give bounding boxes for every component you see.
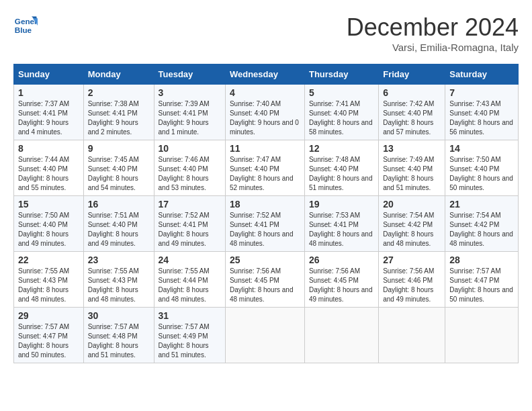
day-number: 6 xyxy=(383,87,441,98)
logo: General Blue xyxy=(13,13,38,38)
day-info: Sunrise: 7:55 AM Sunset: 4:43 PM Dayligh… xyxy=(88,267,150,304)
col-header-sunday: Sunday xyxy=(14,64,84,85)
day-info: Sunrise: 7:44 AM Sunset: 4:40 PM Dayligh… xyxy=(18,155,79,193)
day-number: 2 xyxy=(88,87,150,98)
day-info: Sunrise: 7:57 AM Sunset: 4:47 PM Dayligh… xyxy=(18,322,79,360)
month-title: December 2024 xyxy=(347,13,519,42)
day-number: 10 xyxy=(159,143,221,154)
day-info: Sunrise: 7:52 AM Sunset: 4:41 PM Dayligh… xyxy=(230,211,300,248)
day-info: Sunrise: 7:54 AM Sunset: 4:42 PM Dayligh… xyxy=(449,211,514,248)
day-info: Sunrise: 7:47 AM Sunset: 4:40 PM Dayligh… xyxy=(230,155,300,193)
calendar-cell: 9 Sunrise: 7:45 AM Sunset: 4:40 PM Dayli… xyxy=(83,140,154,196)
day-number: 20 xyxy=(383,199,441,210)
day-number: 3 xyxy=(159,87,221,98)
calendar-cell: 22 Sunrise: 7:55 AM Sunset: 4:43 PM Dayl… xyxy=(14,252,84,308)
day-info: Sunrise: 7:56 AM Sunset: 4:46 PM Dayligh… xyxy=(383,267,441,304)
calendar-cell: 15 Sunrise: 7:50 AM Sunset: 4:40 PM Dayl… xyxy=(14,196,84,252)
calendar-cell: 19 Sunrise: 7:53 AM Sunset: 4:41 PM Dayl… xyxy=(304,196,378,252)
calendar-cell: 25 Sunrise: 7:56 AM Sunset: 4:45 PM Dayl… xyxy=(225,252,304,308)
day-number: 4 xyxy=(230,87,300,98)
calendar-cell: 14 Sunrise: 7:50 AM Sunset: 4:40 PM Dayl… xyxy=(445,140,519,196)
calendar-cell: 30 Sunrise: 7:57 AM Sunset: 4:48 PM Dayl… xyxy=(83,308,154,363)
day-info: Sunrise: 7:41 AM Sunset: 4:40 PM Dayligh… xyxy=(309,99,374,137)
calendar-cell: 1 Sunrise: 7:37 AM Sunset: 4:41 PM Dayli… xyxy=(14,85,84,140)
logo-icon: General Blue xyxy=(13,13,38,38)
day-number: 24 xyxy=(159,255,221,265)
day-info: Sunrise: 7:49 AM Sunset: 4:40 PM Dayligh… xyxy=(383,155,441,193)
day-info: Sunrise: 7:50 AM Sunset: 4:40 PM Dayligh… xyxy=(18,211,79,248)
day-info: Sunrise: 7:57 AM Sunset: 4:48 PM Dayligh… xyxy=(88,322,150,360)
location: Varsi, Emilia-Romagna, Italy xyxy=(347,42,519,53)
calendar-header-row: SundayMondayTuesdayWednesdayThursdayFrid… xyxy=(14,64,519,85)
day-number: 26 xyxy=(309,255,374,265)
svg-text:Blue: Blue xyxy=(15,26,32,34)
calendar-week-2: 8 Sunrise: 7:44 AM Sunset: 4:40 PM Dayli… xyxy=(14,140,519,196)
day-info: Sunrise: 7:48 AM Sunset: 4:40 PM Dayligh… xyxy=(309,155,374,193)
day-info: Sunrise: 7:54 AM Sunset: 4:42 PM Dayligh… xyxy=(383,211,441,248)
calendar-cell: 26 Sunrise: 7:56 AM Sunset: 4:45 PM Dayl… xyxy=(304,252,378,308)
day-info: Sunrise: 7:50 AM Sunset: 4:40 PM Dayligh… xyxy=(449,155,514,193)
day-info: Sunrise: 7:52 AM Sunset: 4:41 PM Dayligh… xyxy=(159,211,221,248)
day-info: Sunrise: 7:57 AM Sunset: 4:47 PM Dayligh… xyxy=(449,267,514,304)
day-number: 12 xyxy=(309,143,374,154)
day-number: 28 xyxy=(449,255,514,265)
calendar-cell: 10 Sunrise: 7:46 AM Sunset: 4:40 PM Dayl… xyxy=(154,140,225,196)
calendar-week-1: 1 Sunrise: 7:37 AM Sunset: 4:41 PM Dayli… xyxy=(14,85,519,140)
day-info: Sunrise: 7:51 AM Sunset: 4:40 PM Dayligh… xyxy=(88,211,150,248)
day-number: 9 xyxy=(88,143,150,154)
day-info: Sunrise: 7:53 AM Sunset: 4:41 PM Dayligh… xyxy=(309,211,374,248)
calendar-cell xyxy=(304,308,378,363)
day-info: Sunrise: 7:37 AM Sunset: 4:41 PM Dayligh… xyxy=(18,99,79,137)
calendar-cell: 20 Sunrise: 7:54 AM Sunset: 4:42 PM Dayl… xyxy=(379,196,445,252)
day-info: Sunrise: 7:38 AM Sunset: 4:41 PM Dayligh… xyxy=(88,99,150,137)
col-header-saturday: Saturday xyxy=(445,64,519,85)
day-number: 19 xyxy=(309,199,374,210)
calendar-cell: 12 Sunrise: 7:48 AM Sunset: 4:40 PM Dayl… xyxy=(304,140,378,196)
calendar-cell: 6 Sunrise: 7:42 AM Sunset: 4:40 PM Dayli… xyxy=(379,85,445,140)
col-header-thursday: Thursday xyxy=(304,64,378,85)
calendar-cell xyxy=(379,308,445,363)
day-number: 25 xyxy=(230,255,300,265)
calendar-week-3: 15 Sunrise: 7:50 AM Sunset: 4:40 PM Dayl… xyxy=(14,196,519,252)
day-info: Sunrise: 7:56 AM Sunset: 4:45 PM Dayligh… xyxy=(309,267,374,304)
title-block: December 2024 Varsi, Emilia-Romagna, Ita… xyxy=(347,13,519,53)
col-header-monday: Monday xyxy=(83,64,154,85)
day-number: 16 xyxy=(88,199,150,210)
col-header-friday: Friday xyxy=(379,64,445,85)
day-number: 17 xyxy=(159,199,221,210)
day-info: Sunrise: 7:56 AM Sunset: 4:45 PM Dayligh… xyxy=(230,267,300,304)
day-info: Sunrise: 7:43 AM Sunset: 4:40 PM Dayligh… xyxy=(449,99,514,137)
day-number: 8 xyxy=(18,143,79,154)
calendar-cell: 5 Sunrise: 7:41 AM Sunset: 4:40 PM Dayli… xyxy=(304,85,378,140)
day-number: 1 xyxy=(18,87,79,98)
day-number: 27 xyxy=(383,255,441,265)
calendar-cell: 27 Sunrise: 7:56 AM Sunset: 4:46 PM Dayl… xyxy=(379,252,445,308)
col-header-tuesday: Tuesday xyxy=(154,64,225,85)
day-info: Sunrise: 7:42 AM Sunset: 4:40 PM Dayligh… xyxy=(383,99,441,137)
calendar-cell xyxy=(225,308,304,363)
calendar-table: SundayMondayTuesdayWednesdayThursdayFrid… xyxy=(13,64,519,363)
day-info: Sunrise: 7:39 AM Sunset: 4:41 PM Dayligh… xyxy=(159,99,221,137)
col-header-wednesday: Wednesday xyxy=(225,64,304,85)
day-number: 14 xyxy=(449,143,514,154)
day-number: 7 xyxy=(449,87,514,98)
day-number: 21 xyxy=(449,199,514,210)
calendar-cell: 13 Sunrise: 7:49 AM Sunset: 4:40 PM Dayl… xyxy=(379,140,445,196)
calendar-cell: 24 Sunrise: 7:55 AM Sunset: 4:44 PM Dayl… xyxy=(154,252,225,308)
calendar-week-4: 22 Sunrise: 7:55 AM Sunset: 4:43 PM Dayl… xyxy=(14,252,519,308)
day-number: 30 xyxy=(88,310,150,321)
day-number: 18 xyxy=(230,199,300,210)
day-number: 23 xyxy=(88,255,150,265)
page-header: General Blue December 2024 Varsi, Emilia… xyxy=(13,13,519,53)
calendar-cell: 21 Sunrise: 7:54 AM Sunset: 4:42 PM Dayl… xyxy=(445,196,519,252)
day-info: Sunrise: 7:46 AM Sunset: 4:40 PM Dayligh… xyxy=(159,155,221,193)
day-number: 5 xyxy=(309,87,374,98)
calendar-cell: 28 Sunrise: 7:57 AM Sunset: 4:47 PM Dayl… xyxy=(445,252,519,308)
calendar-cell: 18 Sunrise: 7:52 AM Sunset: 4:41 PM Dayl… xyxy=(225,196,304,252)
day-number: 11 xyxy=(230,143,300,154)
calendar-cell: 8 Sunrise: 7:44 AM Sunset: 4:40 PM Dayli… xyxy=(14,140,84,196)
day-info: Sunrise: 7:40 AM Sunset: 4:40 PM Dayligh… xyxy=(230,99,300,137)
calendar-cell: 29 Sunrise: 7:57 AM Sunset: 4:47 PM Dayl… xyxy=(14,308,84,363)
calendar-cell: 17 Sunrise: 7:52 AM Sunset: 4:41 PM Dayl… xyxy=(154,196,225,252)
day-info: Sunrise: 7:57 AM Sunset: 4:49 PM Dayligh… xyxy=(159,322,221,360)
